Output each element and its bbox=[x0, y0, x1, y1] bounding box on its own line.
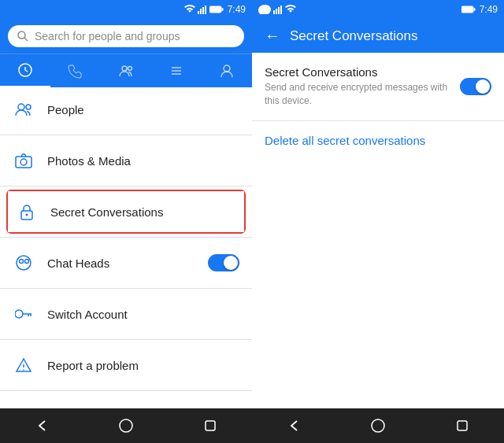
left-panel: 7:49 Search for people and groups bbox=[0, 0, 252, 443]
svg-point-24 bbox=[20, 260, 24, 264]
search-placeholder-text: Search for people and groups bbox=[35, 30, 180, 42]
warning-icon-svg bbox=[15, 357, 32, 373]
people-label: People bbox=[47, 103, 239, 116]
divider-5 bbox=[0, 339, 252, 340]
menu-item-chatheads[interactable]: Chat Heads bbox=[0, 241, 252, 285]
svg-line-10 bbox=[25, 70, 28, 72]
messenger-status-icon bbox=[258, 5, 271, 14]
svg-point-17 bbox=[18, 104, 24, 110]
tab-profile[interactable] bbox=[202, 54, 252, 87]
svg-point-16 bbox=[224, 65, 230, 72]
chatheads-toggle[interactable] bbox=[208, 254, 239, 271]
svg-rect-42 bbox=[280, 6, 282, 14]
signal-icon bbox=[198, 5, 207, 14]
svg-rect-19 bbox=[16, 157, 32, 168]
secret-label: Secret Conversations bbox=[50, 205, 236, 219]
people-menu-icon bbox=[13, 98, 35, 120]
menu-item-photos[interactable]: Photos & Media bbox=[0, 138, 252, 183]
svg-rect-44 bbox=[473, 8, 475, 11]
left-bottom-nav bbox=[0, 408, 252, 443]
search-bar: Search for people and groups bbox=[0, 19, 252, 54]
divider-2 bbox=[0, 186, 252, 186]
right-back-button[interactable] bbox=[270, 412, 317, 440]
menu-item-switch[interactable]: Switch Account bbox=[0, 292, 252, 336]
svg-rect-43 bbox=[461, 6, 473, 13]
svg-point-22 bbox=[26, 214, 28, 216]
people-icon bbox=[118, 63, 134, 79]
left-status-bar: 7:49 bbox=[0, 0, 252, 19]
svg-rect-2 bbox=[202, 7, 204, 14]
delete-action[interactable]: Delete all secret conversations bbox=[252, 121, 504, 161]
tab-people[interactable] bbox=[101, 54, 151, 87]
back-button[interactable] bbox=[18, 412, 65, 440]
right-header: ← Secret Conversations bbox=[252, 19, 504, 53]
time-display: 7:49 bbox=[228, 4, 246, 15]
svg-rect-40 bbox=[276, 9, 277, 14]
menu-item-report[interactable]: Report a problem bbox=[0, 343, 252, 387]
divider-6 bbox=[0, 390, 252, 391]
right-status-right: 7:49 bbox=[461, 4, 498, 15]
svg-point-20 bbox=[20, 159, 27, 165]
svg-point-18 bbox=[26, 105, 31, 109]
people-icon-svg bbox=[15, 102, 32, 116]
divider-4 bbox=[0, 288, 252, 289]
svg-line-7 bbox=[24, 38, 28, 41]
svg-point-11 bbox=[122, 66, 127, 71]
menu-item-people[interactable]: People bbox=[0, 87, 252, 131]
divider-1 bbox=[0, 135, 252, 135]
delete-label: Delete all secret conversations bbox=[265, 134, 425, 147]
svg-point-31 bbox=[23, 369, 24, 371]
chatheads-label: Chat Heads bbox=[47, 257, 195, 270]
svg-rect-0 bbox=[198, 11, 199, 14]
tab-groups[interactable] bbox=[151, 54, 202, 87]
setting-subtitle: Send and receive encrypted messages with… bbox=[265, 81, 450, 108]
right-content: Secret Conversations Send and receive en… bbox=[252, 53, 504, 231]
nav-tabs bbox=[0, 54, 252, 87]
chatheads-icon bbox=[13, 252, 35, 274]
right-battery-icon bbox=[461, 5, 476, 14]
search-icon bbox=[17, 31, 28, 42]
battery-icon bbox=[209, 5, 224, 14]
right-recents-button[interactable] bbox=[439, 412, 486, 440]
svg-rect-1 bbox=[200, 9, 202, 14]
right-back-icon bbox=[286, 418, 302, 434]
recents-button[interactable] bbox=[187, 412, 234, 440]
warning-icon bbox=[13, 354, 35, 376]
menu-item-secret[interactable]: Secret Conversations bbox=[8, 191, 244, 232]
svg-point-26 bbox=[15, 310, 23, 318]
right-wifi-icon bbox=[285, 5, 296, 14]
recents-icon bbox=[202, 418, 218, 434]
secret-conversations-highlight: Secret Conversations bbox=[6, 190, 246, 234]
right-home-button[interactable] bbox=[354, 412, 402, 440]
svg-point-37 bbox=[120, 419, 132, 432]
clock-icon bbox=[17, 62, 33, 78]
search-input-container[interactable]: Search for people and groups bbox=[8, 25, 244, 47]
svg-rect-38 bbox=[206, 421, 215, 430]
svg-point-45 bbox=[372, 419, 384, 432]
report-label: Report a problem bbox=[47, 359, 239, 372]
svg-point-25 bbox=[25, 260, 29, 264]
home-button[interactable] bbox=[102, 412, 150, 440]
svg-rect-39 bbox=[273, 10, 275, 14]
help-icon-svg: ? bbox=[15, 408, 32, 408]
svg-rect-41 bbox=[278, 7, 280, 14]
secret-conversations-setting: Secret Conversations Send and receive en… bbox=[252, 53, 504, 121]
svg-point-12 bbox=[128, 67, 132, 71]
right-time-display: 7:49 bbox=[480, 4, 498, 15]
tab-recent[interactable] bbox=[0, 54, 50, 87]
phone-icon bbox=[68, 63, 83, 79]
secret-toggle[interactable] bbox=[460, 78, 491, 95]
svg-rect-46 bbox=[458, 421, 467, 430]
camera-icon bbox=[13, 150, 35, 172]
divider-3 bbox=[0, 237, 252, 238]
menu-item-help[interactable]: ? Help bbox=[0, 394, 252, 408]
chat-heads-icon-svg bbox=[15, 254, 32, 271]
right-signal-icon bbox=[273, 5, 283, 14]
svg-rect-3 bbox=[205, 6, 206, 14]
switch-label: Switch Account bbox=[47, 308, 239, 321]
svg-rect-4 bbox=[209, 6, 221, 13]
left-status-icons: 7:49 bbox=[184, 4, 246, 15]
tab-calls[interactable] bbox=[50, 54, 101, 87]
back-arrow-button[interactable]: ← bbox=[265, 27, 280, 45]
list-icon bbox=[169, 63, 184, 79]
